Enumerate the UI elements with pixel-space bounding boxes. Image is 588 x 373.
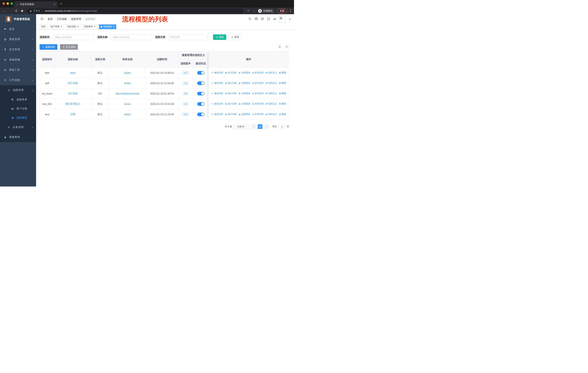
tag-home[interactable]: 首页 (40, 24, 47, 29)
home-icon[interactable] (20, 9, 24, 13)
new-tab-button[interactable]: + (60, 2, 62, 6)
tag-process-form[interactable]: 流程表单✕ (82, 24, 97, 29)
avatar[interactable] (279, 16, 286, 23)
process-definition-link[interactable]: 流程定义 (265, 81, 277, 85)
close-icon[interactable]: ✕ (113, 26, 115, 28)
show-search-button[interactable] (277, 44, 282, 50)
active-toggle[interactable] (197, 112, 205, 116)
sidebar-item-process-form[interactable]: 流程表单 (0, 95, 36, 104)
sidebar-item-leave-query[interactable]: 请假查询 (0, 132, 36, 142)
delete-link[interactable]: 删除 (279, 113, 286, 116)
back-icon[interactable]: ← (2, 9, 7, 13)
tag-process-model[interactable]: 流程模型✕ (99, 24, 116, 29)
form-info-link[interactable]: biubiu (124, 82, 131, 85)
page-number-1[interactable]: 1 (258, 124, 262, 129)
maximize-window-button[interactable] (10, 2, 13, 5)
process-definition-link[interactable]: 流程定义 (265, 71, 277, 74)
active-toggle[interactable] (197, 71, 205, 75)
process-name-link[interactable]: 测试多审批人 (65, 102, 81, 106)
process-id-input[interactable] (53, 34, 94, 40)
app-logo-row[interactable]: 芋道管理系统 (0, 14, 36, 24)
reload-icon[interactable] (14, 9, 19, 13)
modify-process-link[interactable]: ✎修改流程 (211, 71, 223, 74)
design-process-link[interactable]: 设计流程 (225, 102, 237, 105)
forward-icon[interactable]: → (8, 9, 13, 13)
process-name-link[interactable]: eeee (70, 71, 76, 74)
design-process-link[interactable]: 设计流程 (225, 92, 237, 95)
sidebar-item-process-model[interactable]: 流程模型 (0, 113, 36, 122)
assign-rule-link[interactable]: 分配规则 (238, 102, 250, 105)
sidebar-item-payment[interactable]: ¥ 支付管理 ▾ (0, 44, 36, 55)
design-process-link[interactable]: 设计流程 (225, 71, 237, 74)
publish-process-link[interactable]: 发布流程 (252, 92, 264, 95)
address-bar[interactable]: 不安全 | dashboard.yudao.iocoder.cn/bpm/man… (27, 9, 243, 13)
sidebar-item-process-management[interactable]: 流程管理 ▴ (0, 85, 36, 95)
sidebar-collapse-icon[interactable] (41, 17, 44, 21)
modify-process-link[interactable]: ✎修改流程 (211, 92, 223, 95)
breadcrumb-workflow[interactable]: 工作流程 (57, 18, 67, 21)
form-info-link[interactable]: biubiu (124, 102, 131, 105)
next-page-button[interactable]: › (264, 124, 269, 129)
modify-process-link[interactable]: ✎修改流程 (211, 102, 223, 105)
active-toggle[interactable] (197, 81, 205, 85)
process-name-link[interactable]: 滔博 (70, 113, 75, 116)
assign-rule-link[interactable]: 分配规则 (238, 71, 250, 74)
design-process-link[interactable]: 设计流程 (225, 113, 237, 116)
tab-close-icon[interactable]: ✕ (53, 3, 56, 6)
assign-rule-link[interactable]: 分配规则 (238, 81, 250, 85)
avatar-caret-icon[interactable]: ▼ (289, 18, 291, 20)
browser-menu-icon[interactable] (289, 9, 292, 12)
process-definition-link[interactable]: 流程定义 (265, 92, 277, 95)
bookmark-star-icon[interactable]: ☆ (252, 9, 256, 13)
close-icon[interactable]: ✕ (77, 26, 79, 28)
page-size-select[interactable]: 10条/页 ▾ (234, 124, 249, 129)
delete-link[interactable]: 删除 (279, 92, 286, 95)
breadcrumb-process-management[interactable]: 流程管理 (71, 18, 81, 21)
design-process-link[interactable]: 设计流程 (225, 81, 237, 85)
breadcrumb-home[interactable]: 首页 (48, 18, 53, 21)
assign-rule-link[interactable]: 分配规则 (238, 113, 250, 116)
process-name-link[interactable]: 自己审批 (68, 81, 78, 85)
sidebar-item-dev-tools[interactable]: 研发工具 ▾ (0, 65, 36, 75)
github-icon[interactable] (255, 17, 258, 21)
search-button[interactable]: 搜索 (213, 34, 226, 40)
browser-tab[interactable]: 芋道管理系统 ✕ (14, 1, 57, 8)
process-definition-link[interactable]: 流程定义 (265, 102, 277, 105)
process-name-link[interactable]: OA 请假 (68, 92, 77, 95)
close-icon[interactable]: ✕ (61, 26, 62, 28)
publish-process-link[interactable]: 发布流程 (252, 113, 264, 116)
goto-page-input[interactable] (279, 124, 285, 129)
form-info-link[interactable]: biubiu (124, 113, 131, 116)
search-icon[interactable] (248, 17, 252, 21)
sidebar-item-home[interactable]: 首页 (0, 24, 36, 34)
close-window-button[interactable] (2, 2, 5, 5)
window-controls[interactable] (2, 2, 13, 5)
import-process-button[interactable]: 导入流程 (60, 44, 78, 50)
key-icon[interactable] (246, 9, 251, 13)
sidebar-item-infrastructure[interactable]: 基础设施 ▾ (0, 55, 36, 65)
process-name-input[interactable] (110, 34, 152, 40)
tag-tenant[interactable]: 租户管理✕ (49, 24, 64, 29)
process-category-select[interactable]: 流程分类 ▾ (168, 34, 210, 40)
sidebar-item-task-management[interactable]: 任务管理 ▾ (0, 122, 36, 132)
sidebar-item-user-groups[interactable]: 用户分组 (0, 104, 36, 113)
fullscreen-icon[interactable] (267, 17, 270, 21)
modify-process-link[interactable]: ✎修改流程 (211, 113, 223, 116)
publish-process-link[interactable]: 发布流程 (252, 71, 264, 74)
publish-process-link[interactable]: 发布流程 (252, 81, 264, 85)
publish-process-link[interactable]: 发布流程 (252, 102, 264, 105)
help-icon[interactable] (261, 17, 264, 21)
close-icon[interactable]: ✕ (94, 26, 95, 28)
form-info-link[interactable]: /bpm/oa/leave/create (116, 92, 139, 95)
delete-link[interactable]: 删除 (279, 71, 286, 74)
process-definition-link[interactable]: 流程定义 (265, 113, 277, 116)
prev-page-button[interactable]: ‹ (251, 124, 256, 129)
modify-process-link[interactable]: ✎修改流程 (211, 81, 223, 85)
active-toggle[interactable] (197, 92, 205, 95)
delete-link[interactable]: 删除 (279, 81, 286, 85)
minimize-window-button[interactable] (7, 2, 9, 5)
sidebar-item-workflow[interactable]: 工作流程 ▴ (0, 75, 36, 85)
sidebar-item-system[interactable]: 系统管理 ▾ (0, 34, 36, 44)
create-process-button[interactable]: ＋ 新建流程 (40, 44, 57, 50)
refresh-table-button[interactable] (284, 44, 289, 50)
